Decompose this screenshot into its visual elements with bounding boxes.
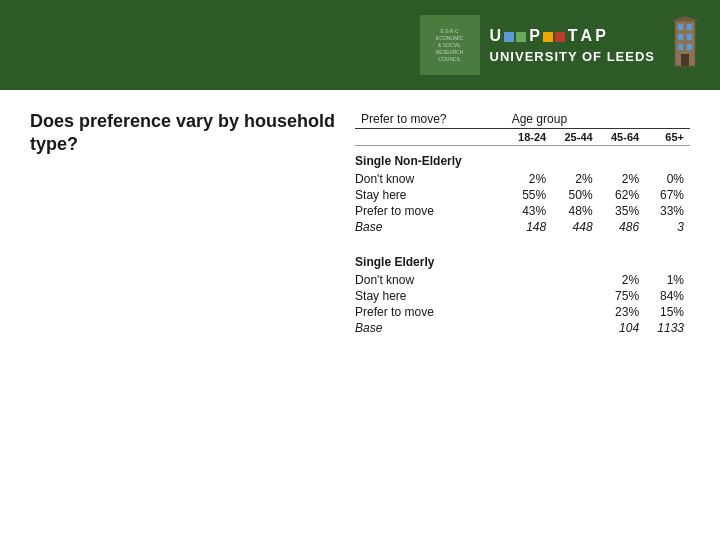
table-row-base: Base 104 1133 [355, 320, 690, 336]
letter-t: T [568, 27, 578, 45]
cell-val [552, 288, 598, 304]
cell-val [552, 272, 598, 288]
table-row: Stay here 75% 84% [355, 288, 690, 304]
sub-header-row: 18-24 25-44 45-64 65+ [355, 129, 690, 146]
cell-val: 43% [506, 203, 552, 219]
cell-val: 33% [645, 203, 690, 219]
cell-val: 84% [645, 288, 690, 304]
row-label: Stay here [355, 288, 506, 304]
cell-val: 23% [599, 304, 645, 320]
esrc-logo: E·S·R·CECONOMIC& SOCIALRESEARCHCOUNCIL [420, 15, 480, 75]
cell-val [506, 320, 552, 336]
cell-val: 2% [599, 171, 645, 187]
table-row: Don't know 2% 1% [355, 272, 690, 288]
row-label: Prefer to move [355, 203, 506, 219]
table-container: Prefer to move? Age group 18-24 25-44 45… [355, 110, 690, 336]
cell-val: 486 [599, 219, 645, 235]
svg-marker-8 [670, 16, 700, 21]
cell-val: 15% [645, 304, 690, 320]
sq4 [555, 32, 565, 42]
svg-rect-5 [678, 44, 683, 50]
cell-val: 0% [645, 171, 690, 187]
age-col-2544: 25-44 [552, 129, 598, 146]
cell-val: 1% [645, 272, 690, 288]
cell-val: 3 [645, 219, 690, 235]
row-label: Stay here [355, 187, 506, 203]
row-label: Don't know [355, 171, 506, 187]
table-row: Prefer to move 43% 48% 35% 33% [355, 203, 690, 219]
data-table: Prefer to move? Age group 18-24 25-44 45… [355, 110, 690, 336]
cell-val: 35% [599, 203, 645, 219]
cell-val: 2% [599, 272, 645, 288]
cell-val [506, 288, 552, 304]
row-label: Prefer to move [355, 304, 506, 320]
building-icon [670, 16, 700, 75]
color-squares [504, 32, 526, 42]
spacer [355, 235, 690, 247]
main-header-row: Prefer to move? Age group [355, 110, 690, 129]
uptap-row: U P T A P [490, 27, 606, 45]
cell-val [552, 304, 598, 320]
logo-area: E·S·R·CECONOMIC& SOCIALRESEARCHCOUNCIL U… [420, 15, 700, 75]
title-section: Does preference vary by household type? … [30, 110, 690, 336]
cell-val: 148 [506, 219, 552, 235]
cell-val: 62% [599, 187, 645, 203]
table-row: Don't know 2% 2% 2% 0% [355, 171, 690, 187]
table-row: Prefer to move 23% 15% [355, 304, 690, 320]
col1-header: Prefer to move? [355, 110, 506, 129]
age-col-1824: 18-24 [506, 129, 552, 146]
cell-val: 104 [599, 320, 645, 336]
letter-u: U [490, 27, 502, 45]
leeds-text: UNIVERSITY OF LEEDS [490, 49, 655, 64]
cell-val: 2% [552, 171, 598, 187]
cell-val: 75% [599, 288, 645, 304]
color-squares2 [543, 32, 565, 42]
section-title-non-elderly: Single Non-Elderly [355, 146, 690, 172]
age-col-65plus: 65+ [645, 129, 690, 146]
cell-val [552, 320, 598, 336]
sq1 [504, 32, 514, 42]
row-label: Base [355, 320, 506, 336]
section-title-elderly: Single Elderly [355, 247, 690, 272]
row-label: Base [355, 219, 506, 235]
cell-val [506, 272, 552, 288]
cell-val: 1133 [645, 320, 690, 336]
cell-val: 50% [552, 187, 598, 203]
svg-rect-7 [681, 54, 689, 66]
table-row: Stay here 55% 50% 62% 67% [355, 187, 690, 203]
section-header-non-elderly: Single Non-Elderly [355, 146, 690, 172]
content-area: Does preference vary by household type? … [0, 90, 720, 361]
row-label: Don't know [355, 272, 506, 288]
page-title: Does preference vary by household type? [30, 110, 335, 157]
cell-val: 55% [506, 187, 552, 203]
cell-val: 448 [552, 219, 598, 235]
table-row-base: Base 148 448 486 3 [355, 219, 690, 235]
header: E·S·R·CECONOMIC& SOCIALRESEARCHCOUNCIL U… [0, 0, 720, 90]
age-group-header: Age group [506, 110, 690, 129]
svg-rect-2 [687, 24, 692, 30]
cell-val: 67% [645, 187, 690, 203]
age-col-4564: 45-64 [599, 129, 645, 146]
letter-p2: P [595, 27, 606, 45]
letter-a: A [581, 27, 593, 45]
empty-col [355, 129, 506, 146]
cell-val [506, 304, 552, 320]
sq3 [543, 32, 553, 42]
section-header-elderly: Single Elderly [355, 247, 690, 272]
svg-rect-6 [687, 44, 692, 50]
svg-rect-3 [678, 34, 683, 40]
svg-rect-1 [678, 24, 683, 30]
svg-rect-4 [687, 34, 692, 40]
university-logo: U P T A P UNIVERSITY OF LEEDS [490, 27, 655, 64]
cell-val: 2% [506, 171, 552, 187]
letter-p1: P [529, 27, 540, 45]
sq2 [516, 32, 526, 42]
cell-val: 48% [552, 203, 598, 219]
